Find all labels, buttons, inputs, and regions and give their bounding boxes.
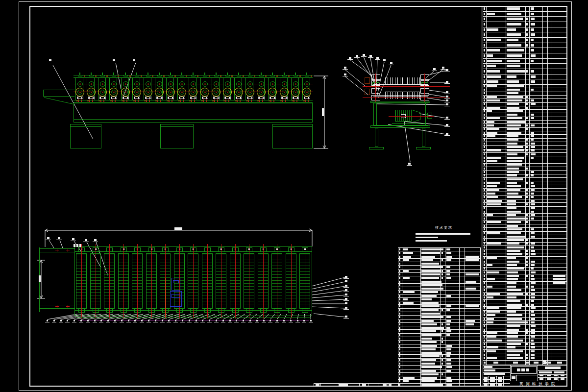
- bom-cell-no: [484, 225, 485, 227]
- bom-cell-material: [531, 329, 535, 331]
- bom-cell-name: [403, 377, 415, 379]
- bom-cell-material: [531, 325, 536, 327]
- bom-cell-name: [487, 321, 493, 323]
- balloon-underline: [444, 98, 450, 98]
- bom-cell-no: [484, 250, 485, 252]
- lower-roller-hub: [306, 92, 308, 93]
- bom-cell-qty: [441, 359, 443, 361]
- bearing-dot: [308, 97, 309, 98]
- bom-cell-no: [399, 316, 400, 318]
- bom-cell-spec: [507, 28, 516, 31]
- tb-model-text: [539, 371, 552, 373]
- fan-underline: [140, 322, 144, 322]
- bom-cell-name: [403, 256, 411, 258]
- bom-cell-qty: [526, 203, 528, 205]
- fan-underline: [99, 322, 103, 322]
- bom-row-line: [483, 177, 567, 178]
- bom-cell-no: [484, 185, 485, 187]
- stand-centerline: [96, 244, 96, 318]
- bom-cell-no: [484, 218, 485, 220]
- strip-divider: [368, 383, 368, 387]
- bom-cell-name: [487, 124, 494, 126]
- fan-underline: [167, 322, 171, 322]
- bom-cell-no: [484, 92, 485, 94]
- stand-cap: [146, 75, 150, 76]
- bom-cell-spec: [507, 236, 525, 238]
- stand-centerline: [123, 244, 124, 318]
- bom-cell-spec: [421, 334, 441, 336]
- bearing-dot: [100, 97, 101, 98]
- rail-pad: [84, 75, 85, 77]
- bom-row-line: [398, 383, 481, 384]
- stand-rail: [200, 77, 201, 100]
- bom-cell-spec: [421, 252, 441, 254]
- base-pad: [303, 100, 305, 101]
- bom-cell-no: [484, 350, 485, 352]
- bom-cell-material: [446, 266, 450, 268]
- upper-roller-hub: [284, 83, 285, 85]
- fan-underline: [241, 322, 245, 322]
- bearing-dot: [134, 97, 135, 98]
- bom-cell-spec: [507, 99, 522, 101]
- bom-cell-name: [403, 252, 413, 254]
- bom-cell-qty: [526, 221, 528, 223]
- bom-cell-name: [487, 311, 500, 313]
- bom-cell-no: [399, 366, 400, 368]
- bom-cell-material: [446, 277, 451, 279]
- balloon-label: [345, 289, 347, 291]
- strip-divider: [388, 383, 388, 387]
- bom-cell-no: [484, 228, 485, 230]
- bom-cell-spec: [507, 357, 523, 359]
- bom-cell-spec: [421, 373, 439, 375]
- balloon-label: [345, 285, 347, 287]
- fan-label: [196, 320, 197, 321]
- balloon-underline: [444, 83, 450, 84]
- rail-pad: [163, 75, 165, 77]
- bom-cell-material: [531, 33, 535, 36]
- bearing-dot: [304, 97, 305, 98]
- bom-cell-spec: [507, 340, 523, 342]
- bom-cell-name: [487, 346, 498, 348]
- bom-cell-spec: [507, 268, 524, 270]
- balloon-underline: [343, 305, 349, 305]
- bom-cell-no: [484, 343, 485, 345]
- bom-cell-spec: [421, 345, 437, 347]
- bom-cell-spec: [507, 121, 525, 123]
- base-pad: [144, 100, 146, 101]
- bom-cell-spec: [507, 221, 521, 223]
- stand-cap: [282, 75, 287, 76]
- bom-row-line: [483, 27, 567, 27]
- bom-cell-material: [531, 135, 534, 137]
- bom-cell-no: [399, 313, 400, 315]
- bom-row-line: [483, 113, 567, 113]
- bom-row-line: [483, 167, 567, 167]
- bom-cell-spec: [507, 203, 516, 205]
- rail-pad: [141, 75, 142, 77]
- bom-cell-spec: [507, 60, 520, 62]
- balloon-underline: [444, 126, 450, 127]
- bom-cell-spec: [421, 291, 438, 293]
- bom-cell-no: [484, 89, 485, 91]
- bom-cell-name: [403, 302, 414, 304]
- bom-cell-no: [399, 359, 400, 361]
- bom-cell-material: [531, 117, 534, 119]
- bom-row-line: [483, 102, 567, 103]
- bom-cell-no: [399, 341, 400, 343]
- bom-cell-no: [484, 44, 485, 47]
- bom-cell-no: [399, 270, 400, 272]
- bom-cell-no: [484, 160, 485, 162]
- bom-cell-qty: [526, 168, 528, 170]
- rail-pad: [197, 75, 198, 77]
- bom-row-line: [483, 32, 567, 32]
- bom-cell-no: [484, 171, 485, 173]
- bom-cell-material: [446, 256, 452, 258]
- bom-cell-spec: [507, 168, 519, 170]
- bom-cell-no: [399, 352, 400, 354]
- bom-cell-qty: [526, 99, 528, 101]
- bom-cell-material: [446, 248, 450, 250]
- bom-cell-material: [531, 7, 534, 10]
- bom-row-line: [398, 372, 481, 373]
- bom-cell-name: [487, 193, 495, 195]
- bom-cell-no: [399, 248, 400, 250]
- rail-pad: [118, 75, 119, 77]
